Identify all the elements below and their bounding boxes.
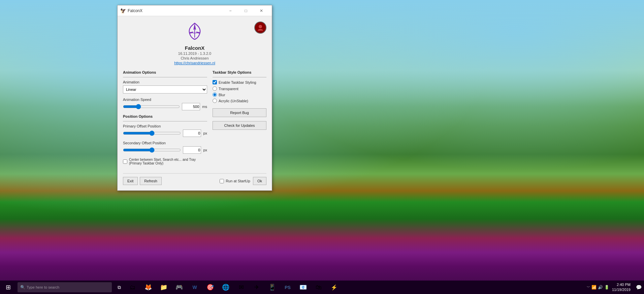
speed-input[interactable]: 500: [182, 103, 200, 110]
taskbar-phone-icon[interactable]: 📱: [265, 281, 280, 294]
transparent-row: Transparent: [213, 86, 266, 91]
exit-button[interactable]: Exit: [123, 177, 138, 185]
enable-styling-label: Enable Taskbar Styling: [219, 80, 256, 84]
falconx-window: 🦅 FalconX − □ ✕: [117, 5, 272, 191]
transparent-label: Transparent: [219, 87, 238, 91]
tray-battery-icon[interactable]: 🔋: [604, 285, 609, 290]
center-checkbox-row: Center between Start, Search etc... and …: [123, 158, 207, 165]
animation-select[interactable]: Linear Ease Ease In Ease Out Ease In Out: [123, 85, 207, 94]
enable-styling-checkbox[interactable]: [213, 80, 217, 84]
taskbar-game-icon[interactable]: 🎮: [172, 281, 187, 294]
report-bug-button[interactable]: Report Bug: [213, 108, 266, 117]
animation-group: Animation Linear Ease Ease In Ease Out E…: [123, 80, 207, 94]
app-website[interactable]: https://chrisandriessen.nl: [174, 61, 215, 65]
blur-radio[interactable]: [213, 93, 217, 97]
taskbar-firefox-icon[interactable]: 🦊: [141, 281, 156, 294]
speed-group: Animation Speed 500 ms: [123, 98, 207, 110]
app-logo: [186, 22, 203, 44]
minimize-button[interactable]: −: [223, 5, 238, 16]
animation-label: Animation: [123, 80, 207, 84]
system-tray: ﹀ 📶 🔊 🔋: [587, 285, 612, 290]
enable-styling-row: Enable Taskbar Styling: [213, 80, 266, 84]
acrylic-label: Acrylic (UnStable): [219, 99, 248, 103]
taskbar-app3-icon[interactable]: ✈: [249, 281, 264, 294]
acrylic-row: Acrylic (UnStable): [213, 99, 266, 103]
taskbar-style-divider: [213, 77, 266, 77]
tray-network-icon[interactable]: 📶: [591, 285, 597, 290]
app-version: 16.11.2019 - 1.3.2.0: [178, 51, 211, 56]
app-header: FalconX 16.11.2019 - 1.3.2.0 Chris Andri…: [123, 22, 266, 65]
position-divider: [123, 121, 207, 121]
titlebar-buttons: − □ ✕: [223, 5, 269, 16]
window-title: FalconX: [128, 8, 223, 13]
refresh-button[interactable]: Refresh: [140, 177, 162, 185]
taskbar-style-title: Taskbar Style Options: [213, 70, 266, 74]
taskbar-falconx-icon[interactable]: ⚡: [327, 281, 342, 294]
taskbar-store-icon[interactable]: 🛍: [311, 281, 326, 294]
secondary-offset-group: Secondary Offset Position 0 px: [123, 141, 207, 154]
speed-label: Animation Speed: [123, 98, 207, 102]
taskbar: ⊞ 🔍 Type here to search ⧉ 🗂 🦊 📁 🎮 W 🎯 🌐 …: [0, 281, 644, 294]
speed-slider[interactable]: [123, 103, 180, 110]
taskbar-edge-icon[interactable]: 🌐: [218, 281, 233, 294]
center-checkbox[interactable]: [123, 159, 127, 164]
primary-label: Primary Offset Position: [123, 124, 207, 128]
app-name: FalconX: [185, 45, 204, 51]
speed-slider-row: 500 ms: [123, 103, 207, 110]
main-columns: Animation Options Animation Linear Ease …: [123, 70, 266, 169]
primary-input[interactable]: 0: [183, 130, 201, 137]
clock-date: 11/19/2019: [612, 287, 631, 292]
task-view-button[interactable]: ⧉: [113, 281, 125, 294]
search-placeholder: Type here to search: [27, 285, 59, 289]
primary-slider-row: 0 px: [123, 130, 207, 137]
run-startup-row: Run at StartUp: [220, 179, 250, 183]
taskbar-app-icons: 🗂 🦊 📁 🎮 W 🎯 🌐 ✉ ✈ 📱 PS 📧 🛍 ⚡: [125, 281, 587, 294]
run-startup-checkbox[interactable]: [220, 179, 224, 183]
app-author: Chris Andriessen: [181, 56, 208, 60]
windows-logo-icon: ⊞: [6, 284, 11, 291]
maximize-button[interactable]: □: [238, 5, 254, 16]
secondary-slider[interactable]: [123, 147, 181, 153]
acrylic-radio[interactable]: [213, 99, 217, 103]
bottom-left-buttons: Exit Refresh: [123, 177, 162, 185]
task-view-icon: ⧉: [118, 285, 121, 290]
notification-icon: 💬: [636, 285, 642, 290]
bottom-bar: Exit Refresh Run at StartUp Ok: [123, 173, 266, 185]
bottom-right-controls: Run at StartUp Ok: [220, 177, 266, 185]
close-button[interactable]: ✕: [254, 5, 269, 16]
taskbar-outlook-icon[interactable]: 📧: [296, 281, 311, 294]
animation-options-title: Animation Options: [123, 70, 207, 74]
secondary-input[interactable]: 0: [183, 146, 201, 154]
tray-volume-icon[interactable]: 🔊: [598, 285, 603, 290]
animation-divider: [123, 77, 207, 77]
tray-chevron-icon[interactable]: ﹀: [587, 285, 590, 290]
speed-unit: ms: [202, 105, 207, 109]
taskbar-mail-icon[interactable]: ✉: [234, 281, 249, 294]
taskbar-folder-icon[interactable]: 📁: [156, 281, 171, 294]
start-button[interactable]: ⊞: [0, 281, 16, 294]
secondary-slider-row: 0 px: [123, 146, 207, 154]
blur-label: Blur: [219, 93, 225, 97]
ok-button[interactable]: Ok: [253, 177, 266, 185]
desktop: 🦅 FalconX − □ ✕: [0, 0, 644, 294]
taskbar-cmd-icon[interactable]: PS: [280, 281, 295, 294]
window-content: FalconX 16.11.2019 - 1.3.2.0 Chris Andri…: [118, 16, 272, 190]
notification-center[interactable]: 💬: [633, 285, 644, 290]
run-startup-label: Run at StartUp: [226, 179, 250, 183]
taskbar-word-icon[interactable]: W: [187, 281, 202, 294]
secondary-unit: px: [203, 148, 207, 152]
taskbar-search[interactable]: 🔍 Type here to search: [18, 282, 112, 292]
desktop-background: [0, 0, 644, 281]
check-updates-button[interactable]: Check for Updates: [213, 121, 266, 130]
primary-slider[interactable]: [123, 130, 181, 137]
svg-point-2: [259, 25, 262, 28]
taskbar-explorer-icon[interactable]: 🗂: [125, 281, 140, 294]
right-column: Taskbar Style Options Enable Taskbar Sty…: [213, 70, 266, 169]
titlebar: 🦅 FalconX − □ ✕: [118, 5, 272, 16]
taskbar-app2-icon[interactable]: 🎯: [203, 281, 218, 294]
avatar-badge: [254, 22, 266, 34]
search-icon: 🔍: [20, 285, 25, 290]
primary-offset-group: Primary Offset Position 0 px: [123, 124, 207, 137]
taskbar-clock[interactable]: 2:40 PM 11/19/2019: [612, 282, 633, 293]
transparent-radio[interactable]: [213, 86, 217, 91]
